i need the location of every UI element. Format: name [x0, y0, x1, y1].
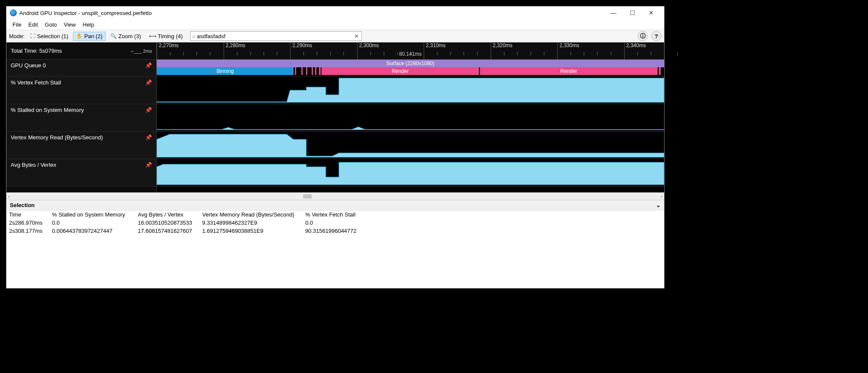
search-clear-icon[interactable]: ✕ — [352, 33, 361, 39]
ruler-tick: 2,310ms — [424, 42, 446, 60]
mode-selection[interactable]: ⛶ Selection (1) — [27, 32, 71, 41]
selection-table: Time % Stalled on System Memory Avg Byte… — [6, 211, 664, 235]
menu-file[interactable]: File — [9, 21, 25, 29]
selection-title: Selection — [10, 202, 35, 208]
search-input[interactable] — [197, 33, 352, 39]
mode-timing[interactable]: ⟷ Timing (4) — [146, 32, 186, 41]
close-button[interactable]: ✕ — [642, 6, 661, 19]
binning-segment[interactable]: Binning — [157, 67, 294, 75]
ruler-tick: 2,320ms — [491, 42, 513, 60]
pin-icon[interactable]: 📌 — [145, 134, 152, 141]
titlebar[interactable]: Android GPU Inspector - unsplit_compress… — [6, 6, 664, 19]
track-stalled-system-memory[interactable]: % Stalled on System Memory 📌 — [6, 104, 664, 132]
ruler-tick: 2,330ms — [557, 42, 579, 60]
mode-pan-label: Pan (2) — [84, 33, 103, 39]
col-stalled-mem[interactable]: % Stalled on System Memory — [49, 211, 135, 219]
ruler-tick: 2,270ms — [157, 42, 179, 60]
vmem-read-chart[interactable] — [157, 132, 664, 157]
avg-bytes-chart[interactable] — [157, 159, 664, 185]
search-icon: ⌕ — [191, 33, 197, 39]
track-vertex-memory-read[interactable]: Vertex Memory Read (Bytes/Second) 📌 — [6, 132, 664, 159]
mode-label: Mode: — [9, 33, 24, 39]
pin-icon[interactable]: 📌 — [145, 107, 152, 113]
selection-panel-body: Time % Stalled on System Memory Avg Byte… — [6, 211, 664, 249]
zoom-icon: 🔍 — [110, 33, 117, 39]
track-label-stalled-mem: % Stalled on System Memory — [11, 107, 84, 113]
table-row[interactable]: 2s286.970ms 0.0 16.003510520873533 9.331… — [6, 219, 664, 227]
table-header-row: Time % Stalled on System Memory Avg Byte… — [6, 211, 664, 219]
window-title: Android GPU Inspector - unsplit_compress… — [19, 10, 152, 16]
scroll-right-icon[interactable]: › — [661, 194, 662, 199]
pin-icon[interactable]: 📌 — [145, 162, 152, 168]
track-gpu-queue[interactable]: GPU Queue 0 📌 Surface (2280x1080) Binnin… — [6, 60, 664, 77]
menu-edit[interactable]: Edit — [25, 21, 41, 29]
table-row[interactable]: 2s308.177ms 0.006443783972427447 17.6081… — [6, 227, 664, 235]
pin-icon[interactable]: 📌 — [145, 62, 152, 69]
gpu-queue-body[interactable]: Surface (2280x1080) Binning Render Rende… — [157, 60, 664, 76]
track-label-vmem-read: Vertex Memory Read (Bytes/Second) — [11, 134, 103, 141]
mode-zoom[interactable]: 🔍 Zoom (3) — [107, 32, 144, 41]
timing-icon: ⟷ — [149, 33, 156, 39]
search-box[interactable]: ⌕ ✕ — [190, 31, 362, 41]
total-time-label: Total Time: 5s079ms — [11, 48, 62, 54]
stalled-mem-chart[interactable] — [157, 104, 664, 130]
ruler-tick: 2,300ms — [357, 42, 379, 60]
ruler-tick: 2,290ms — [290, 42, 312, 60]
pin-icon[interactable]: 📌 — [145, 79, 152, 86]
selection-icon: ⛶ — [30, 33, 35, 39]
mode-zoom-label: Zoom (3) — [118, 33, 141, 39]
menubar: File Edit Goto View Help — [6, 19, 664, 30]
ruler-tick: 2,340ms — [624, 42, 646, 60]
render-segment-2[interactable]: Render — [480, 67, 658, 75]
info-button[interactable]: ⓘ — [637, 31, 648, 41]
toolbar: Mode: ⛶ Selection (1) ✋ Pan (2) 🔍 Zoom (… — [6, 30, 664, 42]
col-time[interactable]: Time — [6, 211, 49, 219]
ruler-ticks[interactable]: 80.141ms 2,270ms2,280ms2,290ms2,300ms2,3… — [157, 42, 664, 59]
chevron-down-icon[interactable]: ⌄ — [656, 202, 661, 208]
scale-hint: ⌐___ 2ms — [131, 48, 152, 54]
scrollbar-thumb[interactable] — [303, 194, 312, 199]
render-segment-1[interactable]: Render — [322, 67, 479, 75]
col-vmem-read[interactable]: Vertex Memory Read (Bytes/Second) — [200, 211, 303, 219]
timeline[interactable]: Total Time: 5s079ms ⌐___ 2ms 80.141ms 2,… — [6, 42, 664, 193]
mode-timing-label: Timing (4) — [158, 33, 183, 39]
minimize-button[interactable]: — — [604, 6, 623, 19]
col-avg-bytes[interactable]: Avg Bytes / Vertex — [135, 211, 200, 219]
help-button[interactable]: ? — [651, 31, 662, 41]
track-label-avg-bytes: Avg Bytes / Vertex — [11, 162, 56, 168]
col-vertex-fetch[interactable]: % Vertex Fetch Stall — [303, 211, 367, 219]
menu-help[interactable]: Help — [79, 21, 98, 29]
track-label-vertex-fetch: % Vertex Fetch Stall — [11, 79, 61, 86]
maximize-button[interactable]: ☐ — [623, 6, 642, 19]
mode-pan[interactable]: ✋ Pan (2) — [73, 32, 106, 41]
scroll-left-icon[interactable]: ‹ — [8, 194, 10, 199]
track-spacer — [6, 186, 664, 193]
track-label-gpu-queue: GPU Queue 0 — [11, 62, 46, 69]
time-ruler[interactable]: Total Time: 5s079ms ⌐___ 2ms 80.141ms 2,… — [6, 42, 664, 60]
selection-panel-header[interactable]: Selection ⌄ — [6, 200, 664, 211]
surface-segment[interactable]: Surface (2280x1080) — [157, 60, 664, 67]
vertex-fetch-chart[interactable] — [157, 77, 664, 102]
horizontal-scrollbar[interactable]: ‹ › — [6, 193, 664, 200]
pan-icon: ✋ — [76, 33, 82, 39]
app-icon — [10, 9, 17, 16]
menu-view[interactable]: View — [61, 21, 79, 29]
mode-selection-label: Selection (1) — [37, 33, 68, 39]
menu-goto[interactable]: Goto — [41, 21, 60, 29]
track-vertex-fetch-stall[interactable]: % Vertex Fetch Stall 📌 — [6, 77, 664, 104]
ruler-tick: 2,280ms — [224, 42, 246, 60]
track-avg-bytes-vertex[interactable]: Avg Bytes / Vertex 📌 — [6, 159, 664, 186]
app-window: Android GPU Inspector - unsplit_compress… — [6, 6, 665, 289]
